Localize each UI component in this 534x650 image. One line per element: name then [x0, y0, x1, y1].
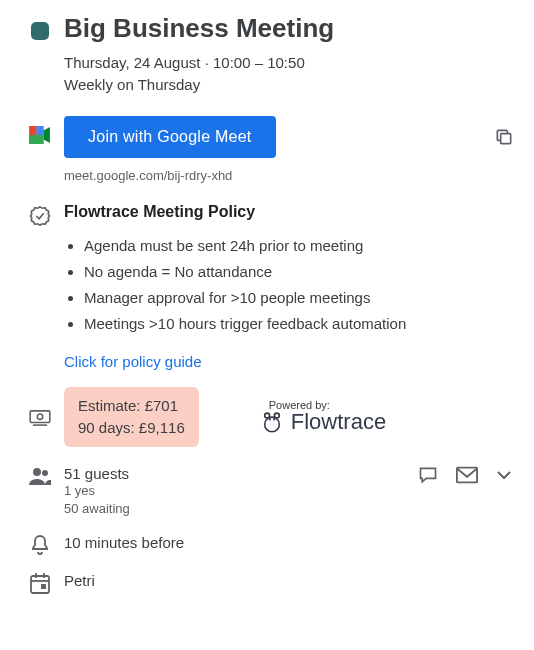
- flowtrace-brand-text: Flowtrace: [291, 409, 386, 435]
- policy-guide-link[interactable]: Click for policy guide: [64, 353, 202, 370]
- svg-point-7: [264, 417, 279, 432]
- flowtrace-logo-icon: [259, 409, 285, 435]
- svg-rect-4: [501, 134, 511, 144]
- svg-rect-14: [41, 584, 46, 589]
- reminder-text: 10 minutes before: [64, 532, 518, 551]
- event-date-time: Thursday, 24 August · 10:00 – 10:50: [64, 52, 518, 74]
- guests-icon: [28, 467, 52, 485]
- svg-rect-12: [457, 468, 477, 483]
- policy-list: Agenda must be sent 24h prior to meeting…: [64, 233, 518, 337]
- policy-item: Meetings >10 hours trigger feedback auto…: [84, 311, 518, 337]
- policy-heading: Flowtrace Meeting Policy: [64, 203, 518, 221]
- verified-icon: [29, 205, 51, 227]
- event-title: Big Business Meeting: [64, 12, 518, 44]
- calendar-owner: Petri: [64, 570, 518, 589]
- expand-guests-icon[interactable]: [496, 470, 512, 480]
- guest-awaiting: 50 awaiting: [64, 500, 130, 518]
- svg-point-10: [33, 468, 41, 476]
- meet-link-text: meet.google.com/bij-rdry-xhd: [64, 168, 518, 183]
- bell-icon: [30, 534, 50, 556]
- calendar-icon: [30, 572, 50, 594]
- join-meet-button[interactable]: Join with Google Meet: [64, 116, 276, 158]
- svg-rect-3: [36, 126, 43, 135]
- google-meet-icon: [29, 126, 51, 144]
- svg-point-11: [42, 470, 48, 476]
- event-recurrence: Weekly on Thursday: [64, 74, 518, 96]
- powered-by-block: Powered by: Flowtrace: [259, 399, 386, 435]
- cost-estimate-box: Estimate: £701 90 days: £9,116: [64, 387, 199, 447]
- guest-yes: 1 yes: [64, 482, 130, 500]
- svg-rect-13: [31, 576, 49, 593]
- chat-icon[interactable]: [418, 465, 438, 485]
- svg-rect-5: [30, 411, 50, 423]
- guest-count: 51 guests: [64, 465, 130, 482]
- estimate-line: Estimate: £701: [78, 395, 185, 417]
- svg-point-6: [37, 414, 42, 419]
- policy-item: Manager approval for >10 people meetings: [84, 285, 518, 311]
- svg-rect-2: [29, 135, 43, 144]
- event-color-chip: [31, 22, 49, 40]
- copy-link-icon[interactable]: [494, 127, 514, 147]
- estimate-line: 90 days: £9,116: [78, 417, 185, 439]
- policy-item: No agenda = No attandance: [84, 259, 518, 285]
- email-guests-icon[interactable]: [456, 466, 478, 484]
- policy-item: Agenda must be sent 24h prior to meeting: [84, 233, 518, 259]
- cost-icon: [29, 410, 51, 426]
